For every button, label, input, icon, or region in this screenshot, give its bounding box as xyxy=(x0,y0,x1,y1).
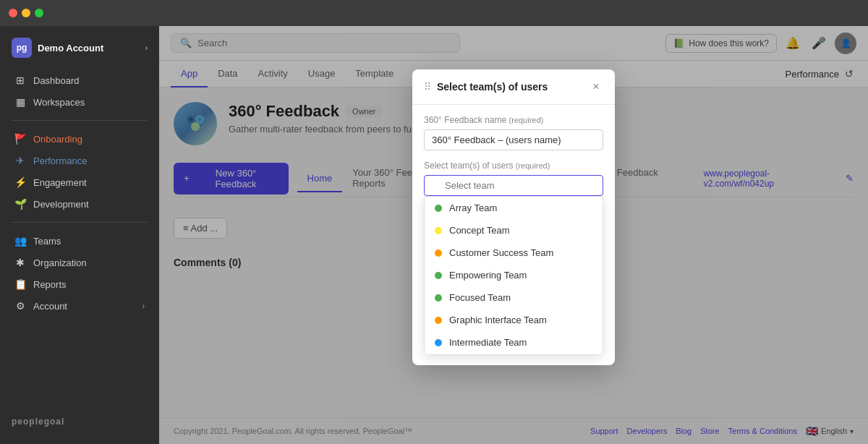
modal-overlay: ⠿ Select team(s) of users × 360° Feedbac… xyxy=(159,26,868,444)
team-item[interactable]: Array Team xyxy=(425,197,603,219)
account-item[interactable]: pg Demo Account › xyxy=(0,32,159,64)
team-item[interactable]: Intermediate Team xyxy=(425,331,603,354)
team-item[interactable]: Empowering Team xyxy=(425,264,603,286)
modal-body: 360° Feedback name (required) Select tea… xyxy=(412,105,615,365)
dashboard-icon: ⊞ xyxy=(14,74,26,86)
team-name: Empowering Team xyxy=(449,270,527,281)
team-item[interactable]: Graphic Interface Team xyxy=(425,309,603,331)
sidebar-item-label: Performance xyxy=(33,155,87,166)
team-dot xyxy=(435,205,442,212)
traffic-lights xyxy=(9,9,43,17)
peoplegoal-logo: peoplegoal xyxy=(12,417,148,427)
sidebar-item-teams[interactable]: 👥 Teams xyxy=(3,230,156,252)
account-name: Demo Account xyxy=(38,43,103,54)
team-dot xyxy=(435,227,442,234)
team-dot xyxy=(435,294,442,302)
sidebar-item-development[interactable]: 🌱 Development xyxy=(3,193,156,215)
team-item[interactable]: Moratorium Team xyxy=(425,354,603,355)
team-dropdown: Array TeamConcept TeamCustomer Success T… xyxy=(424,196,603,355)
team-search-input[interactable] xyxy=(424,175,603,196)
account-settings-icon: ⚙ xyxy=(14,300,26,312)
feedback-name-label: 360° Feedback name (required) xyxy=(424,115,603,125)
sidebar-item-performance[interactable]: ✈ Performance xyxy=(3,150,156,171)
team-search-wrap: 🔍 xyxy=(424,175,603,196)
title-bar xyxy=(0,0,868,26)
chevron-right-icon: › xyxy=(142,302,145,310)
team-name: Intermediate Team xyxy=(449,337,527,348)
sidebar-item-label: Engagement xyxy=(33,177,87,188)
sidebar-item-account[interactable]: ⚙ Account › xyxy=(3,295,156,317)
team-name: Concept Team xyxy=(449,225,510,236)
modal-title: Select team(s) of users xyxy=(437,81,548,93)
feedback-name-label-text: 360° Feedback name xyxy=(424,115,506,125)
team-name: Customer Success Team xyxy=(449,247,553,258)
team-name: Array Team xyxy=(449,202,497,213)
sidebar-item-engagement[interactable]: ⚡ Engagement xyxy=(3,171,156,193)
sidebar-divider xyxy=(12,120,148,121)
sidebar-item-organization[interactable]: ✱ Organization xyxy=(3,252,156,273)
modal-header: ⠿ Select team(s) of users × xyxy=(412,69,615,105)
team-dot xyxy=(435,339,442,346)
team-item[interactable]: Concept Team xyxy=(425,219,603,242)
account-icon: pg xyxy=(12,38,32,58)
performance-icon: ✈ xyxy=(14,155,26,166)
onboarding-icon: 🚩 xyxy=(14,133,26,145)
sidebar-item-label: Dashboard xyxy=(33,75,80,86)
sidebar-item-label: Teams xyxy=(33,236,61,247)
sidebar: pg Demo Account › ⊞ Dashboard ▦ Workspac… xyxy=(0,26,159,444)
organization-icon: ✱ xyxy=(14,257,26,268)
modal-close-button[interactable]: × xyxy=(589,80,603,94)
teams-icon: 👥 xyxy=(14,235,26,247)
sidebar-item-workspaces[interactable]: ▦ Workspaces xyxy=(3,91,156,113)
maximize-button[interactable] xyxy=(35,9,43,17)
team-item[interactable]: Focused Team xyxy=(425,286,603,309)
sidebar-divider-2 xyxy=(12,222,148,223)
team-dot xyxy=(435,249,442,257)
team-name: Graphic Interface Team xyxy=(449,315,547,325)
team-select-label-text: Select team(s) of users xyxy=(424,161,513,171)
modal-select-teams: ⠿ Select team(s) of users × 360° Feedbac… xyxy=(412,69,615,365)
sidebar-modules: 🚩 Onboarding ✈ Performance ⚡ Engagement … xyxy=(0,125,159,218)
drag-icon: ⠿ xyxy=(424,81,431,93)
feedback-name-required: (required) xyxy=(509,116,544,124)
sidebar-item-label: Account xyxy=(33,301,67,312)
workspaces-icon: ▦ xyxy=(14,96,26,108)
sidebar-item-label: Organization xyxy=(33,257,87,268)
sidebar-tools: 👥 Teams ✱ Organization 📋 Reports ⚙ Accou… xyxy=(0,227,159,320)
sidebar-item-dashboard[interactable]: ⊞ Dashboard xyxy=(3,69,156,91)
sidebar-item-onboarding[interactable]: 🚩 Onboarding xyxy=(3,128,156,150)
sidebar-item-label: Onboarding xyxy=(33,134,82,145)
reports-icon: 📋 xyxy=(14,278,26,290)
team-dot xyxy=(435,317,442,324)
engagement-icon: ⚡ xyxy=(14,176,26,188)
close-button[interactable] xyxy=(9,9,17,17)
sidebar-footer: peoplegoal xyxy=(0,405,159,438)
team-select-required: (required) xyxy=(516,161,550,170)
sidebar-item-label: Workspaces xyxy=(33,97,85,108)
sidebar-item-reports[interactable]: 📋 Reports xyxy=(3,273,156,295)
sidebar-item-label: Reports xyxy=(33,279,67,290)
minimize-button[interactable] xyxy=(22,9,30,17)
chevron-right-icon: › xyxy=(145,44,148,52)
team-dot xyxy=(435,272,442,279)
team-item[interactable]: Customer Success Team xyxy=(425,242,603,264)
team-name: Focused Team xyxy=(449,292,511,303)
sidebar-main-nav: ⊞ Dashboard ▦ Workspaces xyxy=(0,67,159,116)
sidebar-item-label: Development xyxy=(33,199,89,210)
development-icon: 🌱 xyxy=(14,198,26,210)
feedback-name-input[interactable] xyxy=(424,129,603,150)
team-select-label: Select team(s) of users (required) xyxy=(424,161,603,171)
